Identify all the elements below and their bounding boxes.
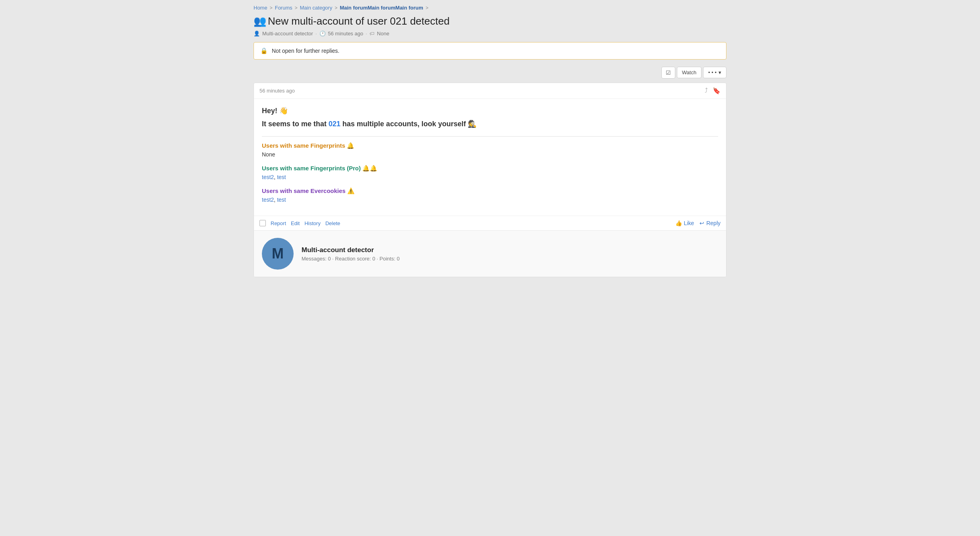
delete-link[interactable]: Delete <box>325 220 340 226</box>
reply-button[interactable]: ↩ Reply <box>699 220 721 226</box>
reply-label: Reply <box>706 220 721 226</box>
fingerprints-pro-value: test2, test <box>262 174 718 180</box>
fingerprints-heading: Users with same Fingerprints 🔔 <box>262 142 718 149</box>
more-button[interactable]: • • • ▾ <box>703 67 726 78</box>
fingerprints-pro-heading: Users with same Fingerprints (Pro) 🔔🔔 <box>262 165 718 172</box>
breadcrumb-forums[interactable]: Forums <box>275 5 292 11</box>
fingerprints-value: None <box>262 151 718 158</box>
post-header-actions: ⤴ 🔖 <box>705 87 721 94</box>
history-link[interactable]: History <box>304 220 320 226</box>
notice-text: Not open for further replies. <box>272 48 339 54</box>
time-icon: 🕐 <box>319 31 326 37</box>
user-info: Multi-account detector Messages: 0 · Rea… <box>302 246 400 262</box>
post-actions: Report Edit History Delete 👍 Like ↩ Repl… <box>254 216 726 230</box>
breadcrumb-current: Main forumMain forumMain forum <box>340 5 423 11</box>
section-divider-1 <box>262 136 718 137</box>
left-actions: Report Edit History Delete <box>259 220 340 226</box>
lock-icon: 🔒 <box>260 47 268 54</box>
breadcrumb-main-category[interactable]: Main category <box>300 5 332 11</box>
user-info-stats: Messages: 0 · Reaction score: 0 · Points… <box>302 256 400 262</box>
user-card: M Multi-account detector Messages: 0 · R… <box>254 230 726 277</box>
user-021-link[interactable]: 021 <box>329 120 340 128</box>
thread-timestamp: 56 minutes ago <box>328 31 363 37</box>
watch-button[interactable]: Watch <box>677 67 701 78</box>
check-icon: ☑ <box>666 69 671 76</box>
post-header: 56 minutes ago ⤴ 🔖 <box>254 83 726 99</box>
post-body: Hey! 👋 It seems to me that 021 has multi… <box>254 99 726 216</box>
thread-meta: 👤 Multi-account detector · 🕐 56 minutes … <box>254 31 726 37</box>
post-main-text: It seems to me that 021 has multiple acc… <box>262 119 718 129</box>
reply-icon: ↩ <box>699 220 704 226</box>
main-text-suffix: has multiple accounts, look yourself 🕵 <box>340 120 477 128</box>
fp-pro-link-test2[interactable]: test2 <box>262 174 274 180</box>
edit-link[interactable]: Edit <box>291 220 300 226</box>
thread-tag: None <box>377 31 389 37</box>
thread-toolbar: ☑ Watch • • • ▾ <box>254 67 726 79</box>
main-text-prefix: It seems to me that <box>262 120 329 128</box>
author-icon: 👤 <box>254 31 260 37</box>
page-title: 👥New multi-account of user 021 detected <box>254 15 726 28</box>
title-icon: 👥 <box>254 15 266 27</box>
ec-link-test2[interactable]: test2 <box>262 197 274 203</box>
fp-pro-link-test[interactable]: test <box>277 174 286 180</box>
post-checkbox[interactable] <box>259 220 266 226</box>
page-title-area: 👥New multi-account of user 021 detected <box>254 15 726 28</box>
like-icon: 👍 <box>675 220 682 226</box>
user-avatar: M <box>262 238 294 270</box>
evercookies-value: test2, test <box>262 197 718 203</box>
post-timestamp: 56 minutes ago <box>259 88 295 94</box>
notice-banner: 🔒 Not open for further replies. <box>254 42 726 60</box>
thread-author[interactable]: Multi-account detector <box>262 31 313 37</box>
post-card: 56 minutes ago ⤴ 🔖 Hey! 👋 It seems to me… <box>254 83 726 277</box>
post-greeting: Hey! 👋 <box>262 106 718 116</box>
check-button[interactable]: ☑ <box>661 67 675 79</box>
bookmark-icon[interactable]: 🔖 <box>713 87 721 94</box>
right-actions: 👍 Like ↩ Reply <box>675 220 721 226</box>
like-label: Like <box>684 220 694 226</box>
user-info-name: Multi-account detector <box>302 246 400 254</box>
breadcrumb: Home > Forums > Main category > Main for… <box>254 5 726 11</box>
report-link[interactable]: Report <box>271 220 286 226</box>
breadcrumb-home[interactable]: Home <box>254 5 267 11</box>
share-icon[interactable]: ⤴ <box>705 87 708 94</box>
ec-link-test[interactable]: test <box>277 197 286 203</box>
like-button[interactable]: 👍 Like <box>675 220 694 226</box>
tag-icon: 🏷 <box>369 31 375 37</box>
dropdown-arrow: ▾ <box>719 69 721 75</box>
more-icon: • • • <box>708 69 717 75</box>
watch-label: Watch <box>682 69 696 75</box>
evercookies-heading: Users with same Evercookies ⚠️ <box>262 187 718 195</box>
